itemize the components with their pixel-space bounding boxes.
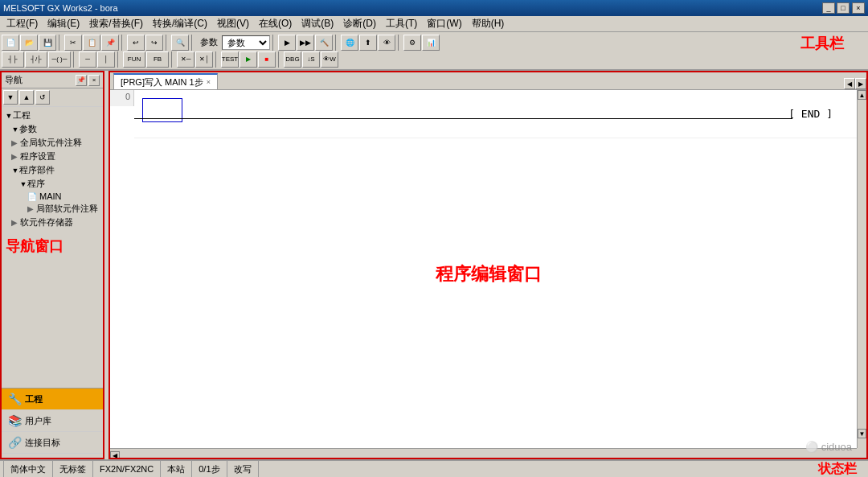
coil-btn[interactable]: ─( )─ [48,51,71,68]
scroll-left-button[interactable]: ◀ [110,451,120,458]
stop-btn[interactable]: ■ [258,51,276,68]
open-button[interactable]: 📂 [20,35,38,51]
params-select[interactable]: 参数 [222,35,270,50]
vline-btn[interactable]: │ [97,51,115,68]
tree-expander-1[interactable]: ▼ [11,125,19,134]
nav-tab-1[interactable]: 📚用户库 [2,410,103,432]
editor-tab-main[interactable]: [PRG]写入 MAIN 1步 × [113,73,218,89]
tree-icon-8: ▶ [11,218,18,227]
tree-icon-6: 📄 [27,192,37,201]
contact-no-btn[interactable]: ┤/├ [25,51,47,68]
redo-button[interactable]: ↪ [145,35,163,51]
menu-item-3[interactable]: 转换/编译(C) [148,15,212,32]
close-button[interactable]: × [852,2,865,14]
nav-resize-handle[interactable] [2,454,103,458]
menu-item-10[interactable]: 帮助(H) [467,15,510,32]
nav-refresh-btn[interactable]: ↺ [35,90,50,105]
nav-tab-0[interactable]: 🔧工程 [2,389,103,410]
nav-tab-label-1: 用户库 [25,415,51,427]
nav-tab-icon-0: 🔧 [8,393,22,405]
watch-btn[interactable]: 👁W [321,51,338,68]
tree-label-5: 程序 [27,178,45,190]
separator-4 [191,35,194,51]
rung-0: [ END ] [134,90,857,138]
minimize-button[interactable]: _ [822,2,835,14]
menu-item-1[interactable]: 编辑(E) [43,15,84,32]
find-button[interactable]: 🔍 [171,35,189,51]
scroll-up-button[interactable]: ▲ [858,90,866,100]
nav-collapse-btn[interactable]: ▲ [19,90,34,105]
tree-expander-5[interactable]: ▼ [19,180,27,188]
nav-pin-button[interactable]: 📌 [76,75,87,86]
menu-item-7[interactable]: 诊断(D) [338,15,381,32]
monitor-button[interactable]: 👁 [378,35,395,51]
ladder-diagram[interactable]: [ END ] [134,90,857,448]
scroll-down-button[interactable]: ▼ [858,429,866,438]
cut-button[interactable]: ✂ [64,35,82,51]
menu-item-0[interactable]: 工程(F) [2,15,43,32]
editor-scrollbar-vertical[interactable]: ▲ ▼ [857,90,866,448]
online-button[interactable]: 🌐 [341,35,358,51]
menu-item-4[interactable]: 视图(V) [212,15,254,32]
status-annotation-area: 状态栏 [259,461,865,478]
compile-all-button[interactable]: ▶▶ [297,35,314,51]
del-hline-btn[interactable]: ✕─ [177,51,194,68]
nav-bottom-tabs: 🔧工程📚用户库🔗连接目标 [2,388,103,454]
menu-item-9[interactable]: 窗口(W) [422,15,466,32]
tree-item-8[interactable]: ▶软元件存储器 [3,216,101,229]
tree-item-0[interactable]: ▼工程 [3,109,101,122]
tree-item-6[interactable]: 📄MAIN [3,191,101,202]
debug-btn[interactable]: DBG [284,51,301,68]
status-item-2: FX2N/FX2NC [93,461,161,477]
save-button[interactable]: 💾 [39,35,56,51]
contact-nc-btn[interactable]: ┤├ [2,51,24,68]
nav-panel: 导航 📌 × ▼ ▲ ↺ ▼工程▼参数▶全局软元件注释▶程序设置▼程序部件▼程序… [0,71,104,459]
tree-item-2[interactable]: ▶全局软元件注释 [3,136,101,150]
editor-panel: [PRG]写入 MAIN 1步 × ◀ ▶ 0 [ END ] [108,71,868,459]
restore-button[interactable]: □ [837,2,850,14]
tab-scroll-right[interactable]: ▶ [855,78,866,89]
tree-item-5[interactable]: ▼程序 [3,177,101,191]
new-button[interactable]: 📄 [2,35,19,51]
del-vline-btn[interactable]: ✕│ [195,51,213,68]
compile-button[interactable]: ▶ [278,35,296,51]
func-btn[interactable]: FUN [123,51,145,68]
func2-btn[interactable]: FB [146,51,169,68]
tree-label-7: 局部软元件注释 [36,203,98,215]
hline-btn[interactable]: ─ [79,51,96,68]
transfer-button[interactable]: ⬆ [359,35,377,51]
editor-content[interactable]: 0 [ END ] ▲ ▼ ◀ [110,90,866,458]
toolbar-annotation: 工具栏 [800,34,844,53]
tree-expander-4[interactable]: ▼ [11,167,19,175]
editor-scrollbar-horizontal[interactable]: ◀ ▶ [110,448,857,458]
tree-item-3[interactable]: ▶程序设置 [3,150,101,163]
nav-tab-2[interactable]: 🔗连接目标 [2,432,103,454]
test-btn[interactable]: TEST [221,51,239,68]
btn-extra-1[interactable]: ⚙ [403,35,421,51]
tree-icon-2: ▶ [11,138,18,147]
tree-expander-0[interactable]: ▼ [5,112,13,120]
menu-item-6[interactable]: 调试(B) [297,15,338,32]
tree-item-7[interactable]: ▶局部软元件注释 [3,202,101,216]
step-btn[interactable]: ↓S [302,51,320,68]
tab-scroll-left[interactable]: ◀ [844,78,855,89]
paste-button[interactable]: 📌 [101,35,119,51]
status-annotation: 状态栏 [818,461,857,478]
undo-button[interactable]: ↩ [127,35,145,51]
tab-close-icon[interactable]: × [207,78,211,86]
menu-item-8[interactable]: 工具(T) [381,15,422,32]
tree-item-1[interactable]: ▼参数 [3,122,101,136]
btn-extra-2[interactable]: 📊 [422,35,440,51]
menu-item-2[interactable]: 搜索/替换(F) [84,15,148,32]
copy-button[interactable]: 📋 [83,35,100,51]
menu-item-5[interactable]: 在线(O) [254,15,297,32]
tree-item-4[interactable]: ▼程序部件 [3,163,101,177]
line-numbers: 0 [110,90,134,106]
titlebar-controls: _ □ × [822,2,865,14]
build-button[interactable]: 🔨 [315,35,333,51]
status-item-0: 简体中文 [3,461,53,477]
toolbar-row-1: 📄 📂 💾 ✂ 📋 📌 ↩ ↪ 🔍 参数 参数 ▶ ▶▶ 🔨 🌐 ⬆ 👁 ⚙ 📊 [2,34,866,51]
nav-close-button[interactable]: × [88,75,100,86]
nav-expand-btn[interactable]: ▼ [3,90,18,105]
run-btn[interactable]: ▶ [240,51,257,68]
